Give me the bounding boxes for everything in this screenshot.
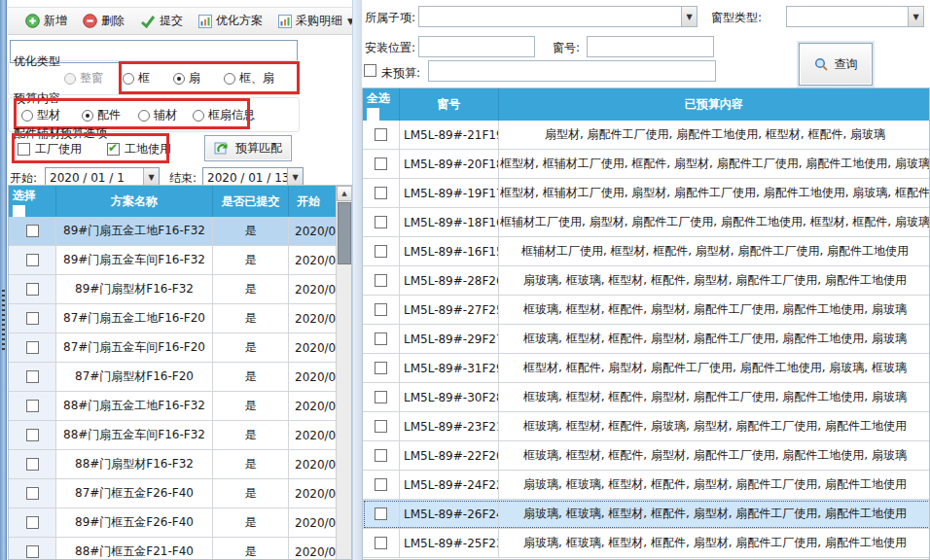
budget-table-row[interactable]: LM5L-89#-27F25框玻璃, 框型材, 框配件, 扇型材, 扇配件工厂使… — [363, 296, 930, 325]
radio-frame[interactable]: 框 — [123, 70, 150, 87]
row-select-cell[interactable] — [363, 179, 400, 207]
install-pos-input[interactable] — [418, 36, 535, 57]
row-checkbox[interactable] — [26, 516, 39, 529]
window-type-combobox[interactable]: ▼ — [786, 6, 924, 27]
row-checkbox[interactable] — [26, 458, 39, 471]
row-checkbox[interactable] — [26, 254, 39, 266]
collapsed-panel-splitter[interactable] — [0, 0, 7, 560]
plan-table-row[interactable]: 88#门框五金F21-F40是2020/0 — [9, 538, 338, 560]
window-no-input[interactable] — [587, 36, 714, 57]
row-select-cell[interactable] — [363, 150, 400, 178]
row-select-cell[interactable] — [9, 217, 56, 245]
row-checkbox[interactable] — [375, 158, 387, 170]
select-all-checkbox[interactable] — [367, 108, 379, 121]
row-checkbox[interactable] — [26, 341, 39, 354]
plan-table-row[interactable]: 87#门框五金F26-F40是2020/0 — [9, 479, 338, 508]
optimize-plan-button[interactable]: 优化方案 — [193, 9, 268, 33]
row-checkbox[interactable] — [26, 400, 39, 412]
row-checkbox[interactable] — [375, 449, 387, 462]
budget-table-row[interactable]: LM5L-89#-30F28框玻璃, 框型材, 框配件, 扇型材, 扇配件工厂使… — [363, 383, 930, 412]
row-select-cell[interactable] — [363, 266, 400, 295]
budget-table-row[interactable]: LM5L-89#-29F27框玻璃, 框型材, 框配件, 扇型材, 扇配件工厂使… — [363, 325, 930, 354]
row-checkbox[interactable] — [26, 429, 39, 441]
row-checkbox[interactable] — [375, 274, 387, 287]
radio-fitting[interactable]: 配件 — [82, 107, 121, 123]
row-select-cell[interactable] — [363, 121, 400, 149]
row-checkbox[interactable] — [375, 216, 387, 228]
budget-table-row[interactable]: LM5L-89#-25F23扇玻璃, 框玻璃, 框型材, 框配件, 扇型材, 扇… — [363, 529, 930, 558]
row-checkbox[interactable] — [375, 187, 387, 199]
row-checkbox[interactable] — [375, 391, 387, 403]
window-no-column-header[interactable]: 窗号 — [400, 88, 499, 121]
plan-table-row[interactable]: 88#门扇五金工地F16-F32是2020/0 — [9, 392, 338, 421]
panel-divider[interactable] — [352, 0, 362, 560]
row-checkbox[interactable] — [26, 545, 39, 558]
row-checkbox[interactable] — [375, 332, 387, 345]
plan-table-row[interactable]: 88#门扇五金车间F16-F32是2020/0 — [9, 421, 338, 450]
budget-table-row[interactable]: LM5L-89#-28F26扇玻璃, 框玻璃, 框型材, 框配件, 扇型材, 扇… — [363, 266, 930, 296]
checkbox-factory-use[interactable]: 工厂使用 — [18, 141, 82, 158]
row-checkbox[interactable] — [375, 128, 387, 141]
row-checkbox[interactable] — [375, 478, 387, 491]
delete-button[interactable]: 删除 — [77, 9, 130, 33]
row-select-cell[interactable] — [9, 275, 56, 303]
row-select-cell[interactable] — [363, 383, 400, 411]
row-checkbox[interactable] — [375, 303, 387, 316]
plan-table-row[interactable]: 87#门扇五金车间F16-F20是2020/0 — [9, 333, 338, 363]
radio-sash[interactable]: 扇 — [173, 70, 200, 87]
budget-table-row[interactable]: LM5L-89#-26F24扇玻璃, 框玻璃, 框型材, 框配件, 扇型材, 扇… — [363, 500, 930, 529]
plan-table-row[interactable]: 89#门扇五金工地F16-F32是2020/0 — [9, 217, 338, 246]
row-select-cell[interactable] — [9, 304, 56, 332]
row-select-cell[interactable] — [9, 363, 56, 391]
plan-table-row[interactable]: 89#门扇五金车间F16-F32是2020/0 — [9, 246, 338, 275]
row-select-cell[interactable] — [9, 508, 56, 537]
row-checkbox[interactable] — [26, 370, 39, 383]
window-type-caret-icon[interactable]: ▼ — [908, 7, 923, 26]
row-select-cell[interactable] — [9, 450, 56, 478]
plan-table-row[interactable]: 87#门扇五金工地F16-F20是2020/0 — [9, 304, 338, 333]
radio-auxiliary[interactable]: 辅材 — [138, 107, 177, 123]
scrollbar-thumb[interactable] — [338, 202, 351, 264]
plan-table-row[interactable]: 89#门框五金F26-F40是2020/0 — [9, 508, 338, 538]
row-checkbox[interactable] — [26, 312, 39, 325]
scroll-up-icon[interactable]: ▲ — [337, 186, 352, 201]
sub-item-caret-icon[interactable]: ▼ — [681, 7, 697, 26]
no-budget-checkbox[interactable] — [364, 64, 376, 77]
row-checkbox[interactable] — [375, 245, 387, 258]
budget-table-row[interactable]: LM5L-89#-19F17框型材, 框辅材工厂使用, 扇型材, 扇配件工厂使用… — [363, 179, 930, 208]
plan-table-scrollbar[interactable]: ▲ — [336, 186, 351, 560]
radio-profile[interactable]: 型材 — [21, 107, 60, 123]
row-select-cell[interactable] — [363, 325, 400, 353]
row-select-cell[interactable] — [9, 479, 56, 508]
sub-item-combobox[interactable]: ▼ — [418, 6, 698, 27]
plan-name-column-header[interactable]: 方案名称 — [56, 186, 213, 217]
add-button[interactable]: 新增 — [19, 9, 73, 33]
submitted-column-header[interactable]: 是否已提交 — [213, 186, 289, 217]
budget-content-column-header[interactable]: 已预算内容 — [499, 88, 929, 121]
plan-table-row[interactable]: 87#门扇型材F16-F20是2020/0 — [9, 363, 338, 392]
no-budget-input[interactable] — [428, 60, 716, 82]
budget-table-row[interactable]: LM5L-89#-23F21框玻璃, 框型材, 框配件, 扇玻璃, 扇型材, 扇… — [363, 412, 930, 441]
budget-table-row[interactable]: LM5L-89#-18F16框辅材工厂使用, 扇型材, 扇配件工厂使用, 扇配件… — [363, 208, 930, 237]
select-all-column-header[interactable]: 全选 — [363, 88, 400, 121]
checkbox-site-use[interactable]: 工地使用 — [107, 141, 171, 158]
row-select-cell[interactable] — [9, 421, 56, 449]
budget-table-row[interactable]: LM5L-89#-21F19扇型材, 扇配件工厂使用, 扇配件工地使用, 框型材… — [363, 121, 930, 150]
row-select-cell[interactable] — [363, 412, 400, 440]
row-select-cell[interactable] — [9, 392, 56, 420]
select-column-header[interactable]: 选择 — [9, 186, 56, 217]
budget-table-row[interactable]: LM5L-89#-22F20框玻璃, 框型材, 框配件, 扇型材, 扇配件工厂使… — [363, 441, 930, 471]
row-checkbox[interactable] — [26, 487, 39, 500]
row-checkbox[interactable] — [375, 362, 387, 374]
purchase-detail-button[interactable]: 采购明细 ▼ — [272, 9, 360, 33]
row-select-cell[interactable] — [363, 208, 400, 236]
row-checkbox[interactable] — [375, 537, 387, 549]
plan-table-row[interactable]: 88#门扇型材F16-F32是2020/0 — [9, 450, 338, 479]
row-checkbox[interactable] — [375, 420, 387, 433]
row-select-cell[interactable] — [363, 237, 400, 265]
budget-table-row[interactable]: LM5L-89#-20F18框型材, 框辅材工厂使用, 框配件, 扇型材, 扇配… — [363, 150, 930, 179]
row-checkbox[interactable] — [375, 508, 387, 520]
row-select-cell[interactable] — [363, 529, 400, 557]
row-select-cell[interactable] — [363, 500, 400, 528]
row-select-cell[interactable] — [9, 538, 56, 560]
